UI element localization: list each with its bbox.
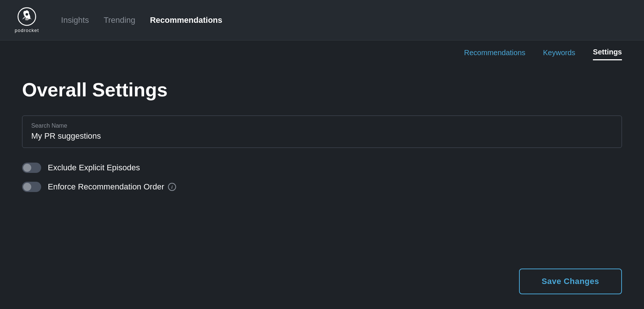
info-icon-enforce[interactable]: i [168,183,176,191]
search-name-value: My PR suggestions [31,131,101,141]
nav-links: Insights Trending Recommendations [61,15,222,25]
page-title: Overall Settings [22,79,622,101]
setting-label-enforce: Enforce Recommendation Order i [48,182,176,192]
sub-nav: Recommendations Keywords Settings [0,40,644,60]
setting-row-enforce: Enforce Recommendation Order i [22,182,622,192]
nav-recommendations[interactable]: Recommendations [150,15,222,25]
footer: Save Changes [519,269,622,294]
tab-keywords[interactable]: Keywords [543,49,575,60]
tab-settings[interactable]: Settings [593,48,622,60]
setting-row-explicit: Exclude Explicit Episodes [22,163,622,173]
logo[interactable]: podrocket [15,7,39,33]
search-name-field[interactable]: Search Name My PR suggestions [22,116,622,148]
main-content: Overall Settings Search Name My PR sugge… [0,60,644,210]
toggle-enforce-order[interactable] [22,182,41,192]
save-changes-button[interactable]: Save Changes [519,269,622,294]
logo-text: podrocket [15,28,39,33]
toggle-exclude-explicit[interactable] [22,163,41,173]
svg-point-2 [26,13,28,16]
search-name-label: Search Name [31,122,613,129]
settings-list: Exclude Explicit Episodes Enforce Recomm… [22,163,622,192]
top-nav: podrocket Insights Trending Recommendati… [0,0,644,40]
tab-recommendations[interactable]: Recommendations [464,49,526,60]
nav-trending[interactable]: Trending [104,15,135,25]
toggle-knob-enforce [23,183,31,191]
podrocket-logo-icon [17,7,36,26]
nav-insights[interactable]: Insights [61,15,89,25]
toggle-knob-explicit [23,164,31,172]
setting-label-explicit: Exclude Explicit Episodes [48,163,140,173]
